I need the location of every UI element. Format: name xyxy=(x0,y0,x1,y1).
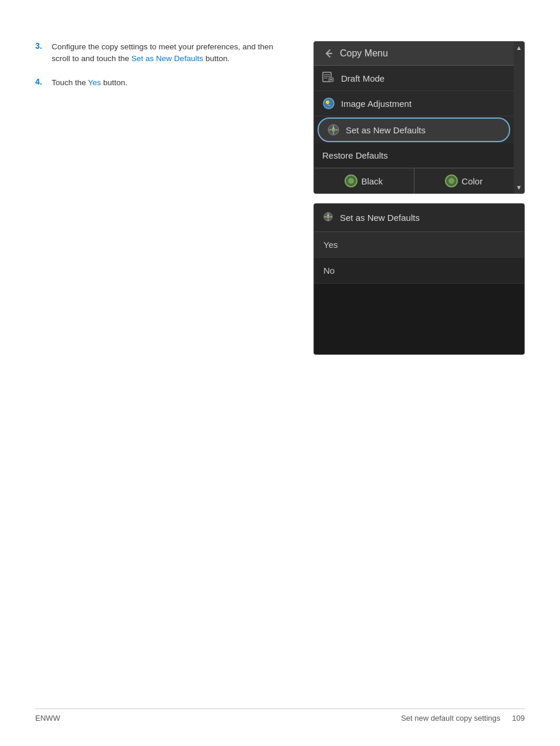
svg-point-11 xyxy=(333,127,335,129)
set-as-new-defaults-label: Set as New Defaults xyxy=(346,125,501,135)
step-3-text: Configure the copy settings to meet your… xyxy=(52,41,290,65)
yes-link[interactable]: Yes xyxy=(88,78,101,87)
draft-mode-label: Draft Mode xyxy=(341,73,505,83)
scroll-down-arrow[interactable]: ▼ xyxy=(516,184,522,191)
set-defaults-gear-icon xyxy=(322,211,334,224)
page: 3. Configure the copy settings to meet y… xyxy=(0,0,560,746)
step-4-text-part1: Touch the xyxy=(52,78,88,87)
footer-description: Set new default copy settings xyxy=(401,714,500,723)
scroll-bar: ▲ ▼ xyxy=(514,42,524,193)
set-as-new-defaults-link[interactable]: Set as New Defaults xyxy=(131,54,203,63)
no-row[interactable]: No xyxy=(314,258,524,284)
footer: ENWW Set new default copy settings 109 xyxy=(35,708,525,723)
color-circle-inner xyxy=(448,178,454,184)
image-adjustment-label: Image Adjustment xyxy=(341,99,505,109)
scroll-up-arrow[interactable]: ▲ xyxy=(516,44,522,51)
copy-menu-screenshot: Copy Menu xyxy=(313,41,525,194)
copy-menu-title: Copy Menu xyxy=(340,48,388,59)
black-color-row: Black Color xyxy=(314,168,514,193)
right-column: Copy Menu xyxy=(313,41,525,364)
copy-menu-content: Copy Menu xyxy=(314,42,514,193)
yes-row[interactable]: Yes xyxy=(314,232,524,258)
content-area: 3. Configure the copy settings to meet y… xyxy=(35,41,525,364)
restore-defaults-label: Restore Defaults xyxy=(322,150,505,160)
svg-point-8 xyxy=(326,100,329,104)
restore-defaults-row[interactable]: Restore Defaults xyxy=(314,143,514,168)
step-4: 4. Touch the Yes button. xyxy=(35,77,290,89)
copy-menu-header: Copy Menu xyxy=(314,42,514,66)
black-button[interactable]: Black xyxy=(314,169,414,193)
step-3: 3. Configure the copy settings to meet y… xyxy=(35,41,290,65)
black-circle-inner xyxy=(348,178,354,184)
footer-right: Set new default copy settings 109 xyxy=(401,714,525,723)
step-3-text-part2: button. xyxy=(203,54,230,63)
set-defaults-screenshot: Set as New Defaults Yes No xyxy=(313,203,525,355)
step-3-number: 3. xyxy=(35,41,46,65)
back-arrow-icon xyxy=(322,48,334,59)
set-defaults-icon xyxy=(327,123,340,136)
footer-enww: ENWW xyxy=(35,714,60,723)
color-button[interactable]: Color xyxy=(414,169,514,193)
step-4-number: 4. xyxy=(35,77,46,89)
draft-mode-icon xyxy=(322,72,335,85)
yes-label: Yes xyxy=(323,240,338,250)
set-defaults-header: Set as New Defaults xyxy=(314,204,524,232)
step-4-text-part2: button. xyxy=(101,78,127,87)
left-column: 3. Configure the copy settings to meet y… xyxy=(35,41,290,364)
set-defaults-title: Set as New Defaults xyxy=(340,213,420,223)
color-label: Color xyxy=(461,176,483,186)
draft-mode-row[interactable]: Draft Mode xyxy=(314,66,514,91)
svg-point-14 xyxy=(328,214,329,216)
black-circle-icon xyxy=(345,174,357,187)
copy-menu-scroll-area: Copy Menu xyxy=(314,42,524,193)
step-4-text: Touch the Yes button. xyxy=(52,77,127,89)
set-as-new-defaults-row[interactable]: Set as New Defaults xyxy=(318,117,510,142)
black-label: Black xyxy=(361,176,383,186)
image-adjustment-row[interactable]: Image Adjustment xyxy=(314,91,514,116)
no-label: No xyxy=(323,266,335,275)
empty-area xyxy=(314,284,524,354)
color-circle-icon xyxy=(445,174,458,187)
footer-page-number: 109 xyxy=(512,714,525,723)
image-adjustment-icon xyxy=(322,97,335,110)
